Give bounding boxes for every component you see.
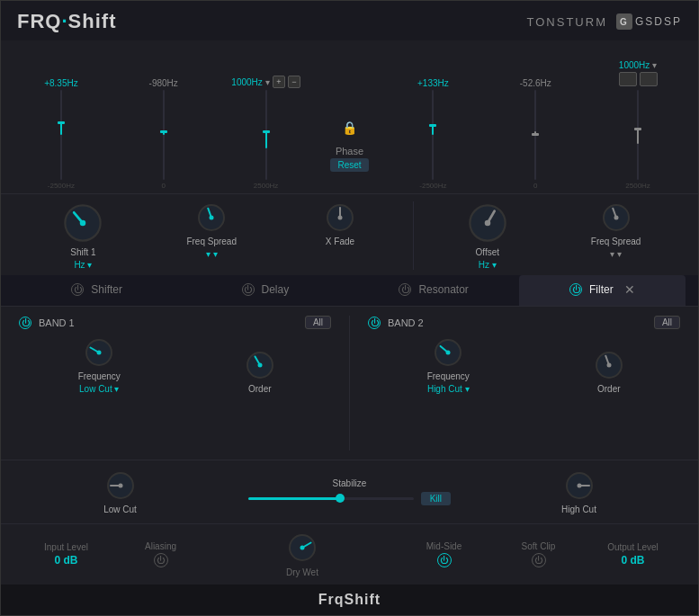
svg-point-1: [80, 220, 86, 227]
track-handle-3[interactable]: [263, 130, 270, 133]
svg-point-19: [118, 484, 122, 488]
slider-val-5: -52.6Hz: [520, 78, 551, 88]
track-wrap-6[interactable]: [637, 90, 639, 180]
shift1-group: Shift 1 Hz: [19, 201, 148, 270]
aliasing-power-icon[interactable]: ⏻: [154, 553, 168, 567]
track-wrap-1[interactable]: [60, 90, 62, 180]
plugin-name: FrqShift: [318, 592, 381, 607]
gs-icon: G: [616, 13, 632, 30]
delay-power-icon[interactable]: ⏻: [242, 283, 255, 296]
freq-chevron-right[interactable]: ▾: [652, 60, 657, 70]
band1-freq-knob[interactable]: [83, 336, 115, 369]
freq-spread2-knob[interactable]: [600, 201, 632, 234]
pitch-left: +8.35Hz -2500Hz -980Hz 0: [13, 46, 314, 190]
offset-sublabel[interactable]: Hz: [479, 260, 497, 270]
mid-side-power-icon[interactable]: ⏻: [437, 553, 452, 567]
low-cut-knob[interactable]: [104, 469, 137, 502]
btn-gray-1[interactable]: [619, 72, 637, 86]
band2-freq-group: Frequency High Cut: [377, 336, 520, 394]
output-level-value: 0 dB: [621, 554, 644, 567]
phase-reset-button[interactable]: Reset: [330, 158, 368, 172]
freq-spread1-group: Freq Spread ▾: [148, 201, 276, 259]
track-handle-1[interactable]: [58, 121, 65, 124]
shift1-sublabel[interactable]: Hz: [74, 260, 92, 270]
freq-spread2-chevron[interactable]: ▾: [610, 249, 622, 259]
track-line-3[interactable]: [265, 90, 267, 180]
svg-point-7: [485, 220, 491, 227]
track-handle-5[interactable]: [532, 133, 539, 136]
slider-val-1: +8.35Hz: [44, 78, 78, 88]
filter-power-icon[interactable]: ⏻: [569, 283, 582, 296]
lock-icon[interactable]: 🔒: [341, 121, 359, 142]
shift1-knob[interactable]: [61, 201, 104, 245]
band1-power-icon[interactable]: ⏻: [19, 317, 31, 329]
high-cut-knob[interactable]: [563, 469, 596, 502]
soft-clip-power-icon[interactable]: ⏻: [532, 553, 546, 567]
tab-shifter-label: Shifter: [91, 283, 122, 296]
track-handle-2[interactable]: [160, 130, 167, 133]
stabilize-handle[interactable]: [336, 494, 345, 503]
offset-group: Offset Hz: [423, 201, 551, 270]
freq-selector-left[interactable]: 1000Hz ▾ + −: [231, 76, 300, 88]
tab-resonator[interactable]: ⏻ Resonator: [351, 276, 517, 305]
slider-col-1: +8.35Hz -2500Hz: [13, 78, 109, 190]
tab-filter[interactable]: ⏻ Filter ✕: [519, 275, 686, 306]
freq-plus-left[interactable]: +: [273, 76, 285, 88]
freq-minus-left[interactable]: −: [288, 76, 300, 88]
track-line-1[interactable]: [60, 90, 62, 180]
shifter-power-icon[interactable]: ⏻: [71, 283, 84, 296]
band2-filter-type[interactable]: High Cut: [427, 384, 470, 394]
input-level-item: Input Level 0 dB: [19, 542, 113, 567]
track-line-4[interactable]: [432, 90, 434, 180]
kill-button[interactable]: Kill: [421, 492, 451, 505]
track-handle-6[interactable]: [634, 128, 641, 130]
resonator-power-icon[interactable]: ⏻: [399, 283, 411, 296]
xfade-knob[interactable]: [324, 201, 356, 234]
freq-val-right: 1000Hz: [619, 60, 650, 70]
freq-spread1-knob[interactable]: [195, 201, 228, 234]
band2-power-icon[interactable]: ⏻: [368, 317, 381, 329]
track-line-6[interactable]: [637, 90, 639, 180]
input-level-value: 0 dB: [54, 554, 77, 567]
offset-knob[interactable]: [466, 201, 509, 245]
stabilize-slider[interactable]: [248, 497, 414, 500]
svg-point-17: [606, 363, 611, 368]
track-wrap-5[interactable]: [534, 90, 536, 180]
range-max-3: 2500Hz: [254, 182, 279, 190]
svg-point-9: [614, 216, 618, 220]
track-wrap-3[interactable]: [265, 90, 267, 180]
gs-label: GSDSP: [635, 15, 682, 28]
band2-all-button[interactable]: All: [654, 316, 680, 329]
filter-close-button[interactable]: ✕: [624, 282, 635, 297]
track-line-5[interactable]: [534, 90, 536, 180]
tab-shifter[interactable]: ⏻ Shifter: [13, 276, 180, 305]
tab-filter-label: Filter: [589, 283, 614, 296]
track-wrap-2[interactable]: [163, 90, 165, 180]
brand-label: TONSTURM: [527, 15, 607, 29]
band1-order-knob[interactable]: [244, 349, 276, 381]
band2-order-label: Order: [597, 384, 621, 394]
band2-freq-knob[interactable]: [432, 336, 464, 369]
stabilize-fill: [248, 497, 339, 500]
band2-order-knob[interactable]: [593, 349, 625, 381]
soft-clip-label: Soft Clip: [522, 541, 556, 551]
header: FRQ·Shift TONSTURM G GSDSP: [1, 1, 698, 40]
stabilize-row: Kill: [248, 492, 451, 505]
btn-gray-2[interactable]: [640, 72, 658, 86]
track-handle-4[interactable]: [429, 124, 436, 127]
band1-all-button[interactable]: All: [305, 316, 331, 329]
dry-wet-knob[interactable]: [286, 531, 318, 564]
band1-filter-type[interactable]: Low Cut: [79, 384, 119, 394]
track-line-2[interactable]: [163, 90, 165, 180]
svg-point-23: [300, 546, 305, 550]
tab-delay[interactable]: ⏻ Delay: [182, 276, 348, 305]
knob-row: Shift 1 Hz Freq Spread ▾: [1, 193, 698, 275]
freq-selector-right[interactable]: 1000Hz ▾: [619, 60, 657, 70]
freq-spread1-chevron[interactable]: ▾: [206, 249, 218, 259]
band1-freq-label: Frequency: [78, 371, 121, 381]
track-wrap-4[interactable]: [432, 90, 434, 180]
band1-header: ⏻ BAND 1 All: [19, 316, 331, 329]
freq-chevron-left[interactable]: ▾: [265, 77, 270, 87]
range-max-6: 2500Hz: [625, 182, 650, 190]
xfade-label: X Fade: [326, 237, 354, 246]
